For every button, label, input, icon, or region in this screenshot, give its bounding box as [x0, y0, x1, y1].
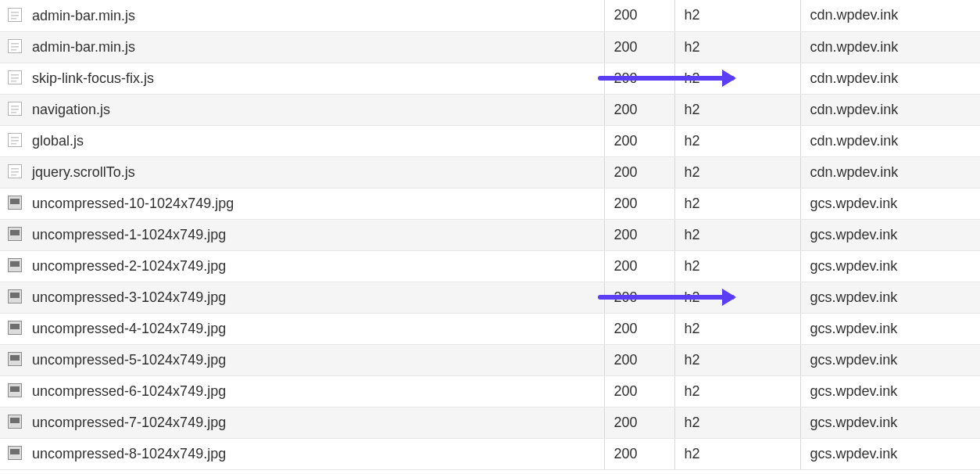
cell-status: 200 [604, 0, 674, 31]
cell-domain: cdn.wpdev.ink [800, 63, 980, 94]
cell-domain: cdn.wpdev.ink [800, 125, 980, 156]
cell-domain: cdn.wpdev.ink [800, 31, 980, 63]
file-icon [8, 227, 22, 241]
cell-status: 200 [604, 125, 674, 156]
file-icon [8, 258, 22, 272]
cell-protocol: h2 [674, 250, 800, 282]
cell-status: 200 [604, 250, 674, 282]
cell-name: uncompressed-4-1024x749.jpg [0, 313, 604, 344]
cell-protocol: h2 [674, 125, 800, 156]
file-name: jquery.scrollTo.js [32, 164, 135, 180]
cell-domain: cdn.wpdev.ink [800, 94, 980, 125]
cell-name: uncompressed-6-1024x749.jpg [0, 375, 604, 407]
cell-status: 200 [604, 156, 674, 188]
cell-domain: gcs.wpdev.ink [800, 313, 980, 344]
file-name: skip-link-focus-fix.js [32, 70, 154, 86]
cell-protocol: h2 [674, 156, 800, 188]
file-name: admin-bar.min.js [32, 8, 135, 23]
file-name: uncompressed-6-1024x749.jpg [32, 383, 226, 399]
cell-name: uncompressed-3-1024x749.jpg [0, 282, 604, 313]
file-icon [8, 133, 22, 147]
cell-domain: gcs.wpdev.ink [800, 407, 980, 438]
cell-name: uncompressed-5-1024x749.jpg [0, 344, 604, 375]
file-name: uncompressed-2-1024x749.jpg [32, 258, 226, 274]
table-row[interactable]: uncompressed-3-1024x749.jpg 200 h2 gcs.w… [0, 282, 980, 313]
file-icon [8, 446, 22, 460]
cell-protocol: h2 [674, 344, 800, 375]
table-row[interactable]: uncompressed-2-1024x749.jpg 200 h2 gcs.w… [0, 250, 980, 282]
cell-domain: cdn.wpdev.ink [800, 156, 980, 188]
cell-status: 200 [604, 375, 674, 407]
cell-status: 200 [604, 31, 674, 63]
cell-domain: gcs.wpdev.ink [800, 282, 980, 313]
cell-status: 200 [604, 188, 674, 219]
table-row[interactable]: uncompressed-7-1024x749.jpg 200 h2 gcs.w… [0, 407, 980, 438]
cell-name: navigation.js [0, 94, 604, 125]
cell-name: uncompressed-2-1024x749.jpg [0, 250, 604, 282]
file-name: global.js [32, 133, 84, 149]
cell-domain: gcs.wpdev.ink [800, 250, 980, 282]
cell-name: uncompressed-7-1024x749.jpg [0, 407, 604, 438]
cell-domain: gcs.wpdev.ink [800, 375, 980, 407]
table-row[interactable]: skip-link-focus-fix.js 200 h2 cdn.wpdev.… [0, 63, 980, 94]
network-table[interactable]: admin-bar.min.js 200 h2 cdn.wpdev.ink ad… [0, 0, 980, 470]
cell-protocol: h2 [674, 407, 800, 438]
file-icon [8, 102, 22, 116]
table-row[interactable]: uncompressed-1-1024x749.jpg 200 h2 gcs.w… [0, 219, 980, 250]
table-row[interactable]: admin-bar.min.js 200 h2 cdn.wpdev.ink [0, 0, 980, 31]
cell-name: uncompressed-1-1024x749.jpg [0, 219, 604, 250]
cell-name: uncompressed-10-1024x749.jpg [0, 188, 604, 219]
file-name: uncompressed-5-1024x749.jpg [32, 352, 226, 368]
table-row[interactable]: uncompressed-6-1024x749.jpg 200 h2 gcs.w… [0, 375, 980, 407]
file-icon [8, 70, 22, 84]
cell-protocol: h2 [674, 219, 800, 250]
cell-domain: cdn.wpdev.ink [800, 0, 980, 31]
file-name: uncompressed-10-1024x749.jpg [32, 196, 234, 211]
file-icon [8, 8, 22, 22]
table-row[interactable]: uncompressed-5-1024x749.jpg 200 h2 gcs.w… [0, 344, 980, 375]
cell-protocol: h2 [674, 31, 800, 63]
annotation-arrow-icon [598, 295, 735, 300]
cell-status: 200 [604, 344, 674, 375]
file-icon [8, 196, 22, 210]
cell-protocol: h2 [674, 0, 800, 31]
cell-status: 200 [604, 407, 674, 438]
cell-domain: gcs.wpdev.ink [800, 188, 980, 219]
file-icon [8, 289, 22, 303]
file-name: uncompressed-4-1024x749.jpg [32, 321, 226, 336]
cell-domain: gcs.wpdev.ink [800, 219, 980, 250]
file-name: uncompressed-3-1024x749.jpg [32, 289, 226, 305]
file-icon [8, 352, 22, 366]
annotation-arrow-icon [598, 76, 735, 81]
file-icon [8, 39, 22, 53]
table-row[interactable]: uncompressed-4-1024x749.jpg 200 h2 gcs.w… [0, 313, 980, 344]
cell-protocol: h2 [674, 438, 800, 469]
cell-status: 200 [604, 219, 674, 250]
file-icon [8, 164, 22, 178]
table-row[interactable]: uncompressed-8-1024x749.jpg 200 h2 gcs.w… [0, 438, 980, 469]
cell-status: 200 [604, 313, 674, 344]
file-icon [8, 415, 22, 429]
cell-status: 200 [604, 94, 674, 125]
cell-name: jquery.scrollTo.js [0, 156, 604, 188]
file-icon [8, 383, 22, 397]
table-row[interactable]: global.js 200 h2 cdn.wpdev.ink [0, 125, 980, 156]
file-name: navigation.js [32, 102, 110, 117]
table-row[interactable]: navigation.js 200 h2 cdn.wpdev.ink [0, 94, 980, 125]
cell-status: 200 [604, 438, 674, 469]
cell-domain: gcs.wpdev.ink [800, 344, 980, 375]
cell-protocol: h2 [674, 188, 800, 219]
file-name: uncompressed-8-1024x749.jpg [32, 446, 226, 461]
table-row[interactable]: uncompressed-10-1024x749.jpg 200 h2 gcs.… [0, 188, 980, 219]
file-name: admin-bar.min.js [32, 39, 135, 55]
cell-protocol: h2 [674, 313, 800, 344]
file-name: uncompressed-7-1024x749.jpg [32, 415, 226, 430]
table-row[interactable]: jquery.scrollTo.js 200 h2 cdn.wpdev.ink [0, 156, 980, 188]
cell-protocol: h2 [674, 94, 800, 125]
table-row[interactable]: admin-bar.min.js 200 h2 cdn.wpdev.ink [0, 31, 980, 63]
network-table-body: admin-bar.min.js 200 h2 cdn.wpdev.ink ad… [0, 0, 980, 469]
cell-protocol: h2 [674, 375, 800, 407]
cell-name: admin-bar.min.js [0, 0, 604, 31]
file-name: uncompressed-1-1024x749.jpg [32, 227, 226, 242]
cell-name: global.js [0, 125, 604, 156]
